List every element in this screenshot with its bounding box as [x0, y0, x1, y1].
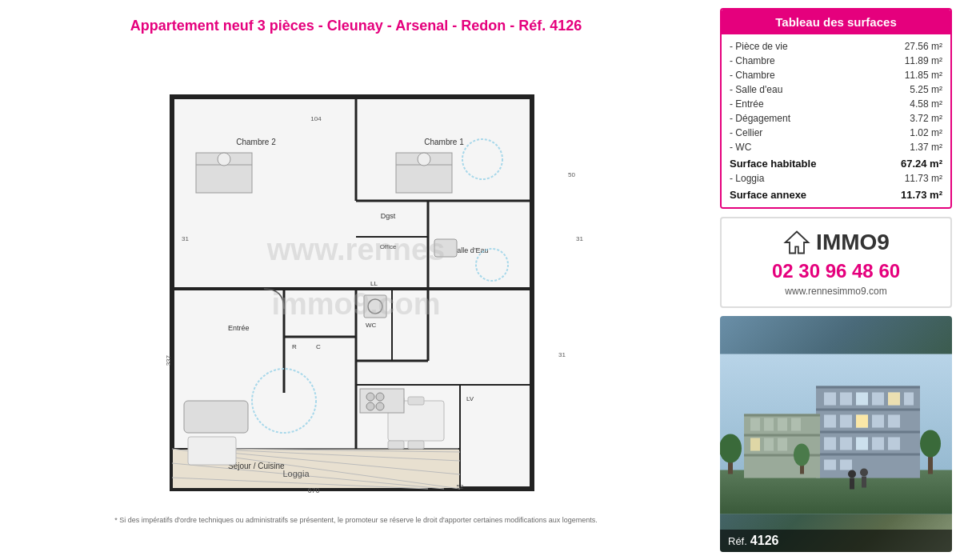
svg-text:Séjour / Cuisine: Séjour / Cuisine: [228, 462, 285, 470]
surface-row-value: 27.56 m²: [905, 41, 942, 52]
surface-row-value: 3.72 m²: [910, 113, 942, 124]
surface-row-value: 11.85 m²: [905, 70, 942, 81]
surface-row-value: 1.02 m²: [910, 127, 942, 138]
surface-row-label: - Dégagement: [730, 113, 910, 124]
surface-row-label: Surface annexe: [730, 189, 901, 201]
svg-rect-89: [872, 438, 884, 450]
svg-point-54: [376, 393, 384, 401]
svg-point-109: [920, 430, 941, 458]
svg-rect-97: [750, 418, 760, 431]
svg-point-112: [860, 469, 868, 477]
svg-rect-84: [872, 415, 884, 428]
surface-row: - Chambre11.89 m²: [730, 54, 942, 68]
surface-row-label: - Chambre: [730, 70, 905, 81]
right-panel: Tableau des surfaces - Pièce de vie27.56…: [712, 0, 960, 560]
surface-row: Surface annexe11.73 m²: [730, 187, 942, 202]
svg-text:50: 50: [568, 171, 575, 178]
surface-row-value: 1.37 m²: [910, 142, 942, 153]
svg-rect-111: [850, 478, 854, 490]
svg-text:Chambre 1: Chambre 1: [424, 138, 464, 146]
svg-rect-77: [856, 393, 868, 406]
building-photo: Réf. 4126: [720, 316, 952, 552]
surface-row-label: - WC: [730, 142, 910, 153]
surface-row-value: 4.58 m²: [910, 98, 942, 110]
svg-rect-71: [816, 386, 920, 389]
svg-rect-102: [764, 438, 774, 451]
svg-text:C: C: [316, 343, 321, 350]
surface-row-label: - Chambre: [730, 55, 905, 66]
svg-rect-51: [408, 441, 424, 449]
svg-rect-76: [840, 393, 852, 406]
svg-rect-37: [364, 295, 386, 318]
surface-row: - Salle d'eau5.25 m²: [730, 82, 942, 97]
svg-text:Entrée: Entrée: [228, 324, 250, 332]
surface-row-label: - Loggia: [730, 173, 905, 184]
svg-marker-67: [786, 232, 809, 254]
immo9-website: www.rennesimmo9.com: [785, 286, 886, 297]
surface-row: - Loggia11.73 m²: [730, 171, 942, 186]
svg-rect-99: [778, 418, 787, 431]
svg-text:31: 31: [182, 235, 189, 242]
floorplan-container: www.rennesimmo9.com: [124, 41, 588, 513]
surface-row: - Dégagement3.72 m²: [730, 111, 942, 126]
surface-row-value: 67.24 m²: [901, 158, 942, 170]
svg-rect-85: [888, 415, 900, 428]
svg-text:WC: WC: [366, 322, 377, 329]
ref-number: 4126: [750, 534, 779, 548]
svg-rect-87: [840, 438, 852, 450]
surface-row-label: - Pièce de vie: [730, 41, 905, 52]
svg-text:LL: LL: [370, 280, 378, 287]
surface-row: Surface habitable67.24 m²: [730, 156, 942, 171]
svg-rect-98: [764, 418, 774, 431]
svg-point-55: [366, 402, 374, 410]
surfaces-table: - Pièce de vie27.56 m²- Chambre11.89 m²-…: [722, 34, 950, 207]
svg-point-105: [720, 434, 742, 463]
svg-text:R: R: [292, 343, 297, 350]
svg-text:Loggia: Loggia: [282, 469, 310, 478]
page: Appartement neuf 3 pièces - Cleunay - Ar…: [0, 0, 960, 560]
surfaces-box: Tableau des surfaces - Pièce de vie27.56…: [720, 8, 952, 209]
svg-rect-114: [856, 415, 868, 428]
surface-row: - Chambre11.85 m²: [730, 68, 942, 82]
svg-point-26: [218, 153, 230, 166]
svg-rect-95: [744, 434, 820, 437]
svg-rect-72: [816, 409, 920, 411]
svg-text:Office: Office: [380, 243, 397, 250]
immo9-brand-text: IMMO9: [816, 230, 890, 255]
svg-text:Dgst: Dgst: [381, 212, 396, 220]
svg-rect-74: [816, 454, 920, 456]
svg-rect-115: [888, 393, 900, 406]
footnote: * Si des impératifs d'ordre techniques o…: [106, 513, 606, 527]
svg-rect-34: [434, 239, 457, 257]
svg-text:104: 104: [310, 115, 322, 122]
immo9-contact-box: IMMO9 02 30 96 48 60 www.rennesimmo9.com: [720, 217, 952, 308]
svg-rect-100: [791, 418, 801, 431]
surface-row-label: - Cellier: [730, 127, 910, 138]
svg-rect-75: [824, 393, 836, 406]
svg-rect-113: [862, 477, 866, 488]
svg-rect-81: [824, 415, 836, 428]
svg-text:337: 337: [165, 354, 172, 366]
svg-text:LV: LV: [466, 395, 474, 402]
surface-row: - Cellier1.02 m²: [730, 126, 942, 140]
page-title: Appartement neuf 3 pièces - Cleunay - Ar…: [8, 8, 704, 41]
svg-point-107: [794, 444, 810, 466]
svg-rect-82: [840, 415, 852, 428]
svg-rect-103: [778, 438, 787, 451]
surface-row-label: - Entrée: [730, 98, 910, 110]
immo9-logo: IMMO9: [782, 228, 890, 257]
svg-text:31: 31: [576, 235, 583, 242]
svg-rect-50: [388, 441, 404, 449]
svg-text:670: 670: [307, 486, 319, 494]
building-illustration: [720, 316, 952, 552]
surface-row: - Pièce de vie27.56 m²: [730, 39, 942, 54]
immo9-phone: 02 30 96 48 60: [772, 260, 900, 282]
surfaces-header: Tableau des surfaces: [722, 10, 950, 34]
svg-text:52: 52: [457, 483, 464, 490]
surface-row-value: 5.25 m²: [910, 84, 942, 95]
surface-row-value: 11.73 m²: [905, 173, 942, 184]
svg-rect-92: [840, 460, 852, 470]
svg-rect-86: [824, 438, 836, 450]
surface-row-label: - Salle d'eau: [730, 84, 910, 95]
svg-point-53: [366, 393, 374, 401]
